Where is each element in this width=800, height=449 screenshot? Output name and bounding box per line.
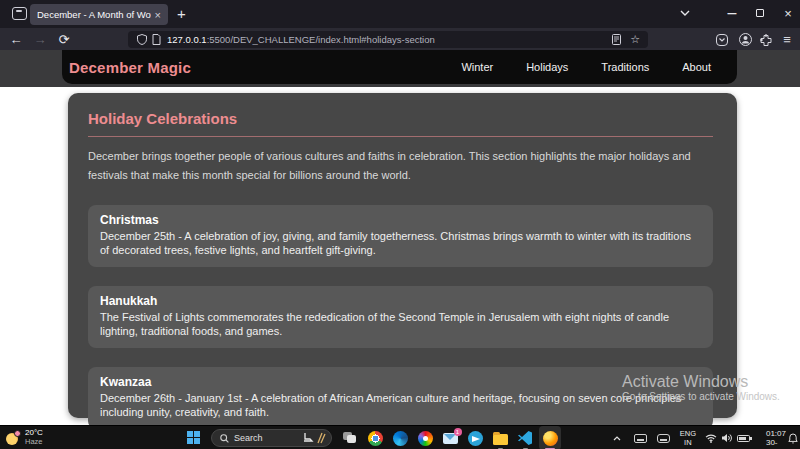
- window-maximize-button[interactable]: [751, 4, 769, 22]
- holiday-title: Kwanzaa: [100, 375, 701, 389]
- mail-icon: 1: [443, 433, 458, 444]
- section-title: Holiday Celebrations: [88, 110, 713, 137]
- holiday-card-hanukkah: Hanukkah The Festival of Lights commemor…: [88, 286, 713, 348]
- screen: December - A Month of Wonder × + – × ← →…: [0, 0, 800, 449]
- nav-link-about[interactable]: About: [682, 61, 711, 73]
- extensions-icon[interactable]: [757, 31, 775, 48]
- taskbar-weather-widget[interactable]: 20°C Haze: [6, 428, 43, 446]
- site-nav: Winter Holidays Traditions About: [461, 61, 711, 73]
- reader-mode-icon[interactable]: [612, 34, 621, 45]
- app-firefox[interactable]: [539, 426, 561, 449]
- app-vscode[interactable]: [514, 426, 536, 449]
- clock-date: 30-12-2024: [766, 438, 786, 449]
- weather-haze-icon: [6, 430, 21, 445]
- section-intro: December brings together people of vario…: [88, 147, 713, 186]
- mail-badge: 1: [454, 428, 462, 436]
- vscode-icon: [518, 431, 532, 445]
- page-viewport: December Magic Winter Holidays Tradition…: [0, 50, 800, 425]
- back-button[interactable]: ←: [6, 28, 26, 50]
- task-view-button[interactable]: [343, 432, 356, 443]
- nav-link-traditions[interactable]: Traditions: [601, 61, 649, 73]
- app-edge[interactable]: [389, 426, 411, 449]
- photos-icon: [418, 431, 433, 446]
- battery-icon[interactable]: [735, 426, 751, 449]
- touchpad-icon[interactable]: [655, 426, 671, 449]
- volume-icon[interactable]: [720, 426, 734, 449]
- firefox-view-icon[interactable]: [12, 7, 27, 20]
- app-photos[interactable]: [414, 426, 436, 449]
- browser-tab[interactable]: December - A Month of Wonder ×: [30, 4, 168, 25]
- tray-chevron-up-icon[interactable]: [610, 426, 624, 449]
- wifi-icon[interactable]: [703, 426, 718, 449]
- shield-icon[interactable]: [137, 34, 147, 45]
- browser-toolbar: ← → ⟳ 127.0.0.1:5500/DEV_CHALLENGE/index…: [0, 28, 800, 50]
- account-icon[interactable]: [736, 31, 754, 48]
- holiday-description: December 25th - A celebration of joy, gi…: [100, 229, 701, 258]
- watermark-line2: Go to Settings to activate Windows.: [622, 391, 780, 402]
- taskbar-search[interactable]: Search: [211, 429, 332, 447]
- url-bar[interactable]: 127.0.0.1:5500/DEV_CHALLENGE/index.html#…: [128, 31, 648, 48]
- site-logo: December Magic: [69, 59, 191, 76]
- app-chrome[interactable]: [364, 426, 386, 449]
- window-minimize-button[interactable]: –: [723, 4, 741, 22]
- holiday-card-kwanzaa: Kwanzaa December 26th - January 1st - A …: [88, 367, 713, 429]
- page-info-icon[interactable]: [152, 34, 161, 45]
- holiday-description: December 26th - January 1st - A celebrat…: [100, 391, 701, 420]
- language-line2: IN: [684, 438, 692, 447]
- nav-link-winter[interactable]: Winter: [461, 61, 493, 73]
- edge-icon: [393, 431, 408, 446]
- watermark-line1: Activate Windows: [622, 372, 780, 391]
- app-telegram[interactable]: [464, 426, 486, 449]
- taskbar: 20°C Haze Search 1: [0, 425, 800, 449]
- holidays-section: Holiday Celebrations December brings tog…: [68, 93, 737, 418]
- chrome-icon: [368, 431, 383, 446]
- browser-tab-strip: December - A Month of Wonder × + – ×: [0, 0, 800, 28]
- weather-temp: 20°C: [25, 428, 43, 437]
- pocket-icon[interactable]: [713, 31, 731, 48]
- notification-bell-icon[interactable]: [786, 426, 800, 449]
- language-indicator[interactable]: ENG IN: [680, 429, 696, 447]
- holiday-card-christmas: Christmas December 25th - A celebration …: [88, 205, 713, 267]
- bookmark-star-icon[interactable]: ☆: [630, 33, 640, 46]
- tab-close-icon[interactable]: ×: [155, 9, 161, 21]
- window-close-button[interactable]: ×: [779, 4, 797, 22]
- brushes-icon: [316, 432, 326, 444]
- holiday-description: The Festival of Lights commemorates the …: [100, 310, 701, 339]
- url-host: 127.0.0.1: [167, 34, 207, 45]
- telegram-icon: [468, 431, 483, 446]
- search-label: Search: [234, 433, 303, 443]
- menu-hamburger-icon[interactable]: ≡: [778, 31, 796, 48]
- forward-button[interactable]: →: [30, 28, 50, 50]
- new-tab-button[interactable]: +: [177, 4, 186, 24]
- tab-list-chevron-icon[interactable]: [676, 4, 694, 22]
- folder-icon: [493, 434, 508, 445]
- nav-link-holidays[interactable]: Holidays: [526, 61, 568, 73]
- url-path: :5500/DEV_CHALLENGE/index.html#holidays-…: [207, 34, 435, 45]
- language-line1: ENG: [680, 429, 696, 438]
- start-button[interactable]: [187, 431, 200, 444]
- site-header: December Magic Winter Holidays Tradition…: [62, 50, 737, 84]
- skate-icon: [303, 432, 314, 444]
- app-mail[interactable]: 1: [439, 426, 461, 449]
- taskbar-apps: 1: [364, 426, 561, 449]
- activate-windows-watermark: Activate Windows Go to Settings to activ…: [622, 372, 780, 402]
- holiday-title: Hanukkah: [100, 294, 701, 308]
- weather-condition: Haze: [25, 437, 43, 446]
- reload-button[interactable]: ⟳: [54, 28, 74, 50]
- tray-clock[interactable]: 01:07 30-12-2024: [766, 429, 786, 449]
- firefox-icon: [543, 431, 558, 446]
- app-file-explorer[interactable]: [489, 426, 511, 449]
- search-icon: [220, 434, 229, 443]
- touch-keyboard-icon[interactable]: [632, 426, 648, 449]
- holiday-title: Christmas: [100, 213, 701, 227]
- clock-time: 01:07: [766, 429, 786, 438]
- tab-title: December - A Month of Wonder: [37, 9, 151, 20]
